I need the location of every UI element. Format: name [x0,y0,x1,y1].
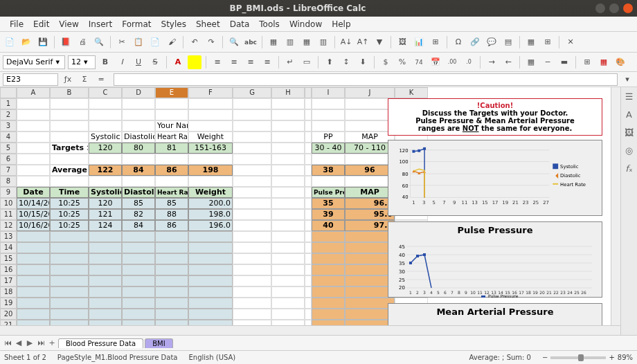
cut-icon[interactable]: ✂ [115,35,129,49]
valign-bot-icon[interactable]: ⬇ [356,55,370,69]
th-time[interactable]: Time [50,187,89,198]
sidebar-functions-icon[interactable]: fₓ [623,162,636,174]
cell[interactable] [312,309,345,320]
cell[interactable] [188,231,233,242]
clone-format-icon[interactable]: 🖌 [165,35,179,49]
delete-col-icon[interactable]: ▥ [316,35,330,49]
del-decimal-icon[interactable]: .0 [462,55,476,69]
cell[interactable] [305,220,312,231]
cell-date[interactable]: 10/14/2018 [17,198,50,209]
th-weight[interactable]: Weight [188,187,233,198]
cell[interactable] [233,286,271,298]
cell-systolic[interactable]: 121 [89,209,122,220]
menu-tools[interactable]: Tools [255,18,284,30]
cell[interactable] [155,231,188,242]
cell[interactable] [312,253,345,264]
cell[interactable]: PP [312,131,345,143]
cell[interactable]: 120 [89,143,122,154]
zoom-slider[interactable] [550,356,606,359]
save-icon[interactable]: 💾 [36,35,50,49]
sidebar-properties-icon[interactable]: ☰ [623,90,636,102]
date-icon[interactable]: 📅 [429,55,442,69]
zoom-value[interactable]: 89% [618,354,633,361]
row-header[interactable]: 8 [0,176,17,187]
th-pp[interactable]: Pulse Pressure [312,187,345,198]
autofilter-icon[interactable]: ▼ [373,35,386,49]
sidebar-navigator-icon[interactable]: ◎ [623,144,636,156]
cell[interactable] [188,98,233,109]
cell[interactable] [188,253,233,264]
cell[interactable] [188,275,233,286]
cell[interactable] [155,298,188,309]
cell[interactable] [50,309,89,320]
cell[interactable] [305,176,312,187]
cell[interactable] [50,298,89,309]
cell[interactable] [17,275,50,286]
cell[interactable] [17,242,50,253]
cell[interactable] [17,120,50,131]
menu-view[interactable]: View [55,18,82,30]
cell[interactable] [188,109,233,120]
cell[interactable] [271,154,305,165]
cell[interactable] [233,120,271,131]
cell[interactable] [271,120,305,131]
cell[interactable] [17,165,50,176]
cell[interactable] [155,109,188,120]
cell[interactable]: 198 [188,165,233,176]
cell-weight[interactable]: 200.0 [188,198,233,209]
cell-time[interactable]: 10:25 [50,209,89,220]
hyperlink-icon[interactable]: 🔗 [468,35,482,49]
cell[interactable] [271,143,305,154]
cell-heartrate[interactable]: 86 [155,220,188,231]
split-icon[interactable]: ⊞ [541,35,555,49]
cell[interactable] [271,176,305,187]
align-left-icon[interactable]: ≡ [210,55,224,69]
col-header[interactable]: D [122,87,155,98]
highlight-icon[interactable] [188,55,201,69]
cell[interactable] [271,264,305,275]
status-language[interactable]: English (USA) [188,354,235,361]
cell[interactable] [17,309,50,320]
cell[interactable] [89,109,122,120]
cell[interactable] [305,242,312,253]
menu-insert[interactable]: Insert [84,18,116,30]
cell[interactable] [271,209,305,220]
open-icon[interactable]: 📂 [19,35,33,49]
col-header[interactable]: I [312,87,345,98]
name-box[interactable]: E23 [3,73,58,86]
cell[interactable] [17,231,50,242]
cell[interactable] [233,176,271,187]
cell[interactable] [89,98,122,109]
print-preview-icon[interactable]: 🔍 [92,35,106,49]
number-icon[interactable]: 74 [412,55,426,69]
tab-nav-prev-icon[interactable]: ◀ [14,338,24,347]
cell[interactable] [305,120,312,131]
cell[interactable] [233,220,271,231]
cell[interactable] [89,120,122,131]
col-header[interactable]: K [395,87,428,98]
cell[interactable] [305,264,312,275]
cell[interactable] [122,242,155,253]
cell[interactable] [155,286,188,298]
cell[interactable] [233,264,271,275]
col-header[interactable]: G [233,87,271,98]
row-header[interactable]: 3 [0,120,17,131]
cell-pp[interactable]: 40 [312,220,345,231]
cell[interactable] [233,154,271,165]
status-pagestyle[interactable]: PageStyle_M1.Blood Pressure Data [57,354,178,361]
row-header[interactable]: 11 [0,209,17,220]
cell[interactable] [312,231,345,242]
sheet-tab-bmi[interactable]: BMI [145,338,172,348]
cell[interactable] [50,253,89,264]
expand-formula-icon[interactable]: ▾ [620,73,634,87]
cell[interactable] [233,143,271,154]
cell[interactable] [17,253,50,264]
delete-row-icon[interactable]: ▦ [300,35,314,49]
cell[interactable] [188,120,233,131]
cell[interactable] [122,264,155,275]
row-header[interactable]: 14 [0,242,17,253]
cell[interactable] [188,242,233,253]
cell[interactable] [89,253,122,264]
cell[interactable] [17,131,50,143]
cell[interactable] [122,154,155,165]
